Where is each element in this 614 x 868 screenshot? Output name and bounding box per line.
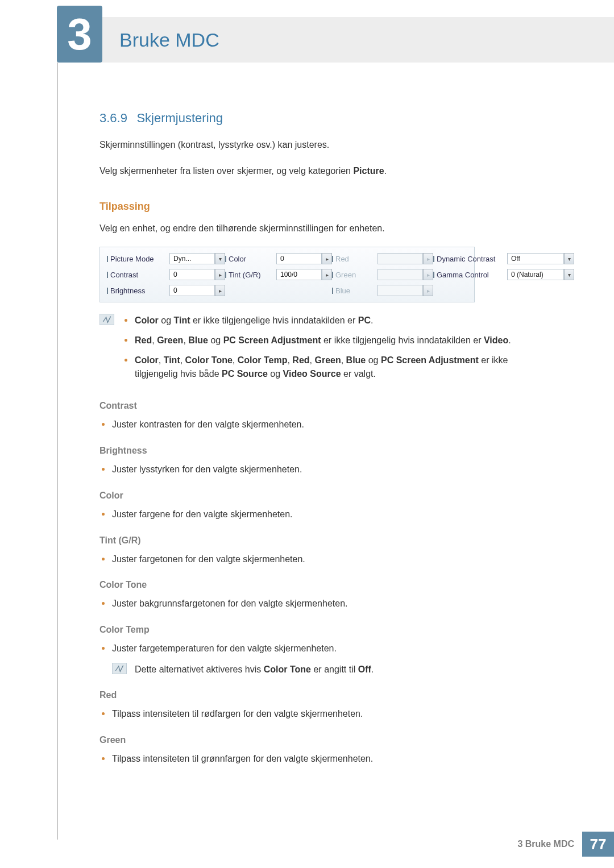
label-dynamic-contrast: Dynamic Contrast [433,255,507,263]
note-block: Color og Tint er ikke tilgjengelige hvis… [99,314,546,387]
item-heading-color: Color [99,491,546,501]
chevron-right-icon[interactable]: ▸ [215,285,225,296]
chevron-right-icon: ▸ [423,253,433,264]
section-title: Skjermjustering [136,111,223,125]
content-area: 3.6.9 Skjermjustering Skjerminnstillinge… [99,111,546,772]
chevron-down-icon[interactable]: ▾ [564,253,574,264]
settings-panel: Picture Mode Dyn... ▾ Color 0 ▸ Red ▸ Dy… [99,247,475,302]
label-brightness: Brightness [107,286,169,295]
footer: 3 Bruke MDC 77 [517,832,614,857]
footer-page-number: 77 [582,832,614,857]
note-item: Color og Tint er ikke tilgjengelige hvis… [122,314,546,328]
intro-p1: Skjerminnstillingen (kontrast, lysstyrke… [99,138,546,152]
chevron-down-icon[interactable]: ▾ [215,253,225,264]
item-heading-colortemp: Color Temp [99,625,546,635]
chevron-right-icon[interactable]: ▸ [215,269,225,280]
item-text: Juster bakgrunnsfargetonen for den valgt… [99,597,546,611]
item-text: Juster fargene for den valgte skjermenhe… [99,508,546,522]
item-heading-green: Green [99,735,546,745]
field-gamma[interactable]: 0 (Natural) [507,269,564,280]
item-text: Juster fargetemperaturen for den valgte … [99,642,546,656]
field-red [377,253,423,264]
label-blue: Blue [332,286,377,295]
chevron-right-icon[interactable]: ▸ [322,253,332,264]
item-text: Juster lysstyrken for den valgte skjerme… [99,463,546,477]
tilpassing-heading: Tilpassing [99,201,546,213]
field-dynamic-contrast[interactable]: Off [507,253,564,264]
item-heading-tint: Tint (G/R) [99,535,546,546]
label-tint: Tint (G/R) [225,271,276,279]
left-rule [57,17,58,840]
label-contrast: Contrast [107,271,169,279]
chevron-down-icon[interactable]: ▾ [564,269,574,280]
note-icon [112,663,127,674]
label-color: Color [225,255,276,263]
label-green: Green [332,271,377,279]
label-picture-mode: Picture Mode [107,255,169,263]
note-icon [99,314,114,325]
section-number: 3.6.9 [99,111,127,125]
item-heading-colortone: Color Tone [99,580,546,590]
header-bar: Bruke MDC [57,17,614,63]
item-heading-red: Red [99,690,546,700]
field-contrast[interactable]: 0 [169,269,215,280]
item-text: Juster kontrasten for den valgte skjerme… [99,418,546,432]
field-brightness[interactable]: 0 [169,285,215,296]
item-heading-contrast: Contrast [99,401,546,411]
note-item: Color, Tint, Color Tone, Color Temp, Red… [122,354,546,382]
intro-p2: Velg skjermenheter fra listen over skjer… [99,164,546,178]
colortemp-note: Dette alternativet aktiveres hvis Color … [112,663,546,676]
field-green [377,269,423,280]
chapter-number-badge: 3 [57,6,102,63]
chevron-right-icon[interactable]: ▸ [322,269,332,280]
item-text: Tilpass intensiteten til rødfargen for d… [99,707,546,721]
item-heading-brightness: Brightness [99,446,546,456]
chevron-right-icon: ▸ [423,285,433,296]
chapter-title: Bruke MDC [119,29,219,51]
section-heading: 3.6.9 Skjermjustering [99,111,546,126]
label-red: Red [332,255,377,263]
note-list: Color og Tint er ikke tilgjengelige hvis… [122,314,546,387]
footer-label: 3 Bruke MDC [517,839,574,849]
item-text: Juster fargetonen for den valgte skjerme… [99,553,546,567]
field-blue [377,285,423,296]
chevron-right-icon: ▸ [423,269,433,280]
label-gamma: Gamma Control [433,271,507,279]
item-text: Tilpass intensiteten til grønnfargen for… [99,752,546,766]
field-color[interactable]: 0 [276,253,322,264]
note-item: Red, Green, Blue og PC Screen Adjustment… [122,334,546,348]
field-picture-mode[interactable]: Dyn... [169,253,215,264]
colortemp-note-text: Dette alternativet aktiveres hvis Color … [135,663,374,676]
field-tint[interactable]: 100/0 [276,269,322,280]
tilpassing-text: Velg en enhet, og endre den tilhørende s… [99,222,546,235]
